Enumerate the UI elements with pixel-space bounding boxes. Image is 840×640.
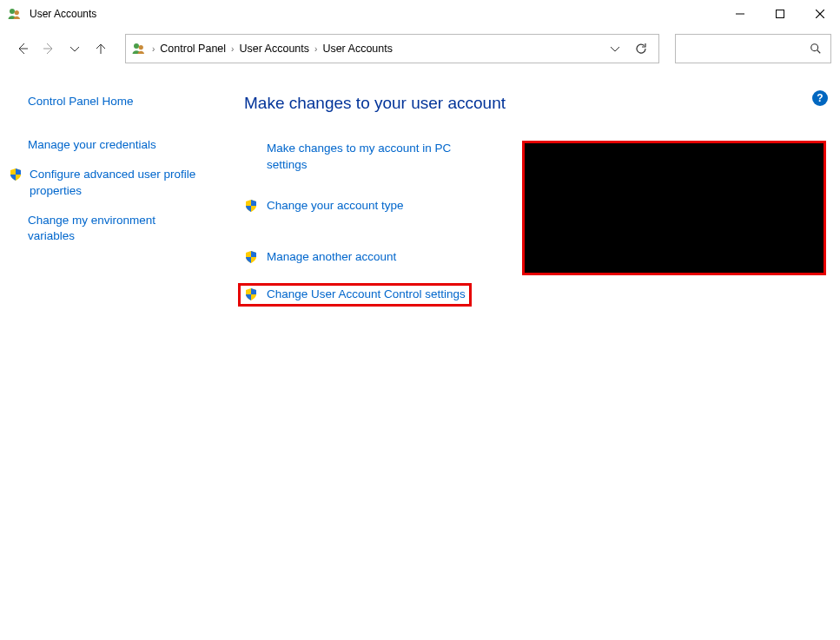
window-controls: [720, 0, 840, 28]
help-symbol: ?: [817, 92, 823, 104]
titlebar: User Accounts: [0, 0, 840, 28]
action-label: Manage another account: [267, 249, 396, 266]
chevron-right-icon[interactable]: ›: [231, 44, 234, 54]
address-dropdown[interactable]: [608, 42, 622, 56]
sidebar-item-configure-advanced-profile[interactable]: Configure advanced user profile properti…: [28, 167, 197, 198]
action-label: Make changes to my account in PC setting…: [267, 141, 487, 174]
shield-icon: [9, 168, 24, 183]
nav-row: › Control Panel › User Accounts › User A…: [0, 28, 840, 69]
breadcrumb-user-accounts-2[interactable]: User Accounts: [322, 43, 393, 55]
help-icon[interactable]: ?: [812, 90, 828, 106]
sidebar-item-label: Configure advanced user profile properti…: [30, 167, 197, 198]
svg-point-8: [134, 43, 139, 49]
action-change-account-type[interactable]: Change your account type: [244, 198, 487, 214]
chevron-right-icon[interactable]: ›: [152, 44, 155, 54]
minimize-button[interactable]: [720, 0, 760, 28]
shield-icon: [244, 287, 260, 303]
sidebar-item-manage-credentials[interactable]: Manage your credentials: [28, 137, 197, 153]
breadcrumb-user-accounts[interactable]: User Accounts: [239, 43, 309, 55]
maximize-button[interactable]: [760, 0, 800, 28]
sidebar-item-label: Change my environment variables: [28, 213, 197, 244]
svg-line-11: [817, 50, 821, 54]
sidebar-item-label: Control Panel Home: [28, 94, 134, 109]
up-button[interactable]: [94, 42, 108, 56]
shield-icon: [244, 199, 260, 214]
address-icon: [131, 41, 147, 56]
search-input[interactable]: [675, 34, 831, 63]
svg-rect-3: [777, 10, 784, 18]
chevron-right-icon[interactable]: ›: [314, 44, 317, 54]
svg-point-10: [811, 44, 818, 51]
main-panel: Make changes to your user account Make c…: [215, 94, 840, 307]
address-bar[interactable]: › Control Panel › User Accounts › User A…: [125, 34, 659, 63]
search-icon: [810, 43, 822, 55]
sidebar: Control Panel Home Manage your credentia…: [0, 94, 215, 307]
refresh-button[interactable]: [634, 42, 648, 56]
action-manage-another-account[interactable]: Manage another account: [244, 249, 487, 266]
nav-arrows: [9, 42, 115, 56]
user-accounts-icon: [7, 6, 23, 22]
back-button[interactable]: [16, 42, 30, 56]
action-pc-settings[interactable]: Make changes to my account in PC setting…: [244, 141, 487, 174]
highlighted-action: Change User Account Control settings: [238, 283, 472, 307]
shield-icon: [244, 250, 260, 266]
sidebar-item-environment-variables[interactable]: Change my environment variables: [28, 213, 197, 244]
sidebar-item-control-panel-home[interactable]: Control Panel Home: [28, 94, 197, 109]
svg-point-0: [10, 9, 15, 14]
action-label: Change User Account Control settings: [267, 287, 466, 303]
action-label: Change your account type: [267, 198, 404, 214]
window-title: User Accounts: [30, 8, 96, 20]
close-button[interactable]: [800, 0, 840, 28]
account-preview-redacted: [522, 141, 826, 275]
recent-dropdown[interactable]: [68, 42, 82, 56]
page-heading: Make changes to your user account: [244, 94, 826, 113]
sidebar-item-label: Manage your credentials: [28, 137, 156, 153]
content-area: Control Panel Home Manage your credentia…: [0, 69, 840, 307]
forward-button[interactable]: [42, 42, 56, 56]
svg-point-9: [139, 45, 143, 49]
action-change-uac-settings[interactable]: Change User Account Control settings: [244, 287, 466, 303]
actions-list: Make changes to my account in PC setting…: [244, 141, 487, 307]
svg-point-1: [15, 10, 19, 15]
breadcrumb-control-panel[interactable]: Control Panel: [160, 43, 226, 55]
